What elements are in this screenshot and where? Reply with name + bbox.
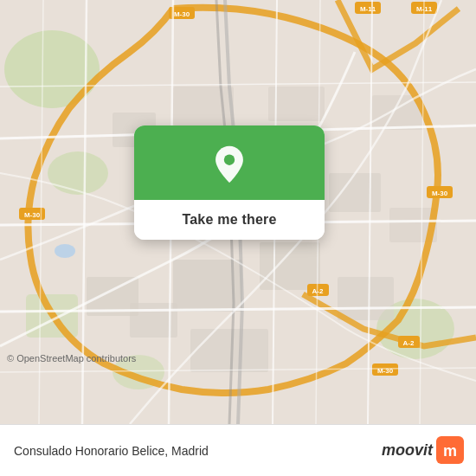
take-me-there-card: Take me there — [134, 125, 325, 240]
svg-point-2 — [48, 151, 108, 195]
place-name: Consulado Honorario Belice, Madrid — [14, 444, 209, 458]
svg-point-6 — [55, 244, 75, 258]
svg-rect-13 — [329, 173, 381, 212]
svg-point-47 — [224, 155, 235, 165]
svg-rect-11 — [338, 277, 394, 320]
take-me-there-button[interactable]: Take me there — [134, 200, 325, 240]
location-pin-icon — [209, 145, 249, 184]
moovit-logo: moovit m — [382, 436, 464, 464]
card-icon-area — [134, 125, 325, 200]
svg-text:M-30: M-30 — [432, 190, 448, 197]
moovit-logo-text: moovit — [382, 441, 433, 460]
map-view[interactable]: M-30 M-30 M-30 M-30 M-11 M-11 A-2 A-2 — [0, 0, 476, 424]
bottom-bar: Consulado Honorario Belice, Madrid moovi… — [0, 424, 476, 476]
svg-rect-12 — [190, 329, 268, 372]
copyright-text: © OpenStreetMap contributors — [7, 353, 136, 363]
svg-text:m: m — [443, 442, 457, 460]
svg-text:M-30: M-30 — [174, 10, 190, 18]
svg-text:M-30: M-30 — [24, 211, 41, 219]
moovit-logo-icon: m — [436, 436, 464, 464]
svg-text:M-11: M-11 — [360, 5, 376, 13]
svg-rect-9 — [260, 242, 320, 290]
svg-text:A-2: A-2 — [403, 339, 415, 347]
